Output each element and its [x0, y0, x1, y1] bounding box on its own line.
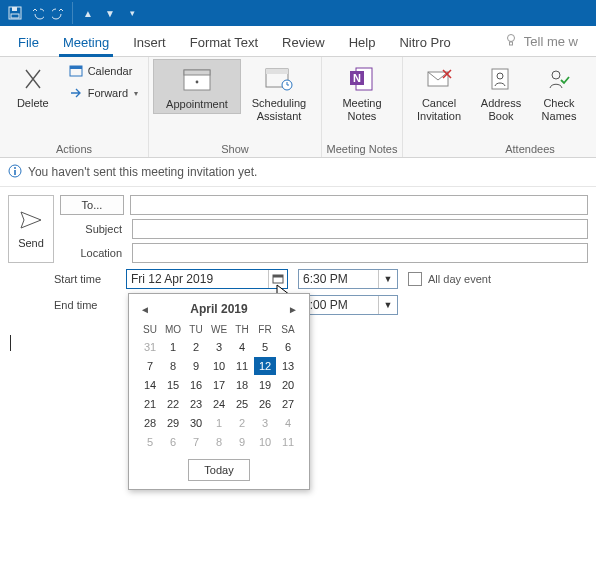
next-item-icon[interactable]: ▼	[99, 2, 121, 24]
dow-header: WE	[208, 322, 230, 337]
date-cell[interactable]: 29	[162, 414, 184, 432]
tab-nitro-pro[interactable]: Nitro Pro	[389, 29, 460, 56]
tab-help[interactable]: Help	[339, 29, 386, 56]
body-editor[interactable]	[10, 335, 121, 535]
date-picker-grid: SUMOTUWETHFRSA31123456789101112131415161…	[135, 322, 303, 451]
date-cell[interactable]: 3	[254, 414, 276, 432]
date-cell[interactable]: 3	[208, 338, 230, 356]
cancel-invitation-button[interactable]: Cancel Invitation	[407, 59, 471, 124]
end-time-value[interactable]: 7:00 PM	[299, 297, 378, 313]
date-cell[interactable]: 8	[162, 357, 184, 375]
date-cell[interactable]: 28	[139, 414, 161, 432]
date-cell[interactable]: 5	[254, 338, 276, 356]
date-cell[interactable]: 12	[254, 357, 276, 375]
date-cell[interactable]: 11	[231, 357, 253, 375]
date-cell[interactable]: 1	[162, 338, 184, 356]
location-field[interactable]	[132, 243, 588, 263]
end-time-combo[interactable]: 7:00 PM ▼	[298, 295, 398, 315]
all-day-checkbox[interactable]: All day event	[408, 272, 491, 286]
date-cell[interactable]: 25	[231, 395, 253, 413]
start-time-combo[interactable]: 6:30 PM ▼	[298, 269, 398, 289]
text-cursor	[10, 335, 11, 351]
tab-file[interactable]: File	[8, 29, 49, 56]
forward-label: Forward	[88, 87, 128, 99]
start-date-combo[interactable]: Fri 12 Apr 2019	[126, 269, 288, 289]
date-cell[interactable]: 10	[254, 433, 276, 451]
date-cell[interactable]: 22	[162, 395, 184, 413]
dow-header: FR	[254, 322, 276, 337]
date-cell[interactable]: 26	[254, 395, 276, 413]
date-cell[interactable]: 13	[277, 357, 299, 375]
scheduling-assistant-button[interactable]: Scheduling Assistant	[241, 59, 317, 124]
date-cell[interactable]: 4	[231, 338, 253, 356]
date-cell[interactable]: 2	[231, 414, 253, 432]
date-cell[interactable]: 4	[277, 414, 299, 432]
end-time-dropdown-button[interactable]: ▼	[378, 296, 397, 314]
lightbulb-icon	[504, 33, 518, 50]
check-names-button[interactable]: Check Names	[531, 59, 587, 124]
tab-format-text[interactable]: Format Text	[180, 29, 268, 56]
start-date-value[interactable]: Fri 12 Apr 2019	[127, 271, 268, 287]
check-names-icon	[543, 63, 575, 95]
save-icon[interactable]	[4, 2, 26, 24]
date-cell[interactable]: 9	[185, 357, 207, 375]
undo-icon[interactable]	[26, 2, 48, 24]
svg-point-3	[507, 35, 514, 42]
svg-point-19	[552, 71, 560, 79]
date-cell[interactable]: 18	[231, 376, 253, 394]
to-field[interactable]	[130, 195, 588, 215]
date-cell[interactable]: 8	[208, 433, 230, 451]
today-button[interactable]: Today	[188, 459, 250, 481]
to-button[interactable]: To...	[60, 195, 124, 215]
tab-insert[interactable]: Insert	[123, 29, 176, 56]
next-month-button[interactable]: ►	[287, 304, 299, 315]
address-book-button[interactable]: Address Book	[471, 59, 531, 124]
date-cell[interactable]: 9	[231, 433, 253, 451]
tab-review[interactable]: Review	[272, 29, 335, 56]
delete-button[interactable]: Delete	[4, 59, 62, 112]
date-cell[interactable]: 21	[139, 395, 161, 413]
date-cell[interactable]: 11	[277, 433, 299, 451]
start-date-picker-button[interactable]	[268, 270, 287, 288]
appointment-button[interactable]: Appointment	[153, 59, 241, 114]
meeting-form: Send To... Subject Location	[0, 187, 596, 263]
tab-meeting[interactable]: Meeting	[53, 29, 119, 56]
redo-icon[interactable]	[48, 2, 70, 24]
group-label-show: Show	[153, 141, 317, 157]
date-cell[interactable]: 7	[185, 433, 207, 451]
start-time-dropdown-button[interactable]: ▼	[378, 270, 397, 288]
date-cell[interactable]: 23	[185, 395, 207, 413]
date-cell[interactable]: 6	[277, 338, 299, 356]
prev-month-button[interactable]: ◄	[139, 304, 151, 315]
calendar-icon	[68, 63, 84, 79]
dow-header: SA	[277, 322, 299, 337]
date-cell[interactable]: 5	[139, 433, 161, 451]
subject-field[interactable]	[132, 219, 588, 239]
date-cell[interactable]: 16	[185, 376, 207, 394]
date-cell[interactable]: 7	[139, 357, 161, 375]
date-cell[interactable]: 19	[254, 376, 276, 394]
date-cell[interactable]: 15	[162, 376, 184, 394]
qat-customize-icon[interactable]: ▾	[121, 2, 143, 24]
date-cell[interactable]: 1	[208, 414, 230, 432]
date-cell[interactable]: 6	[162, 433, 184, 451]
forward-button[interactable]: Forward ▾	[64, 83, 142, 103]
prev-item-icon[interactable]: ▲	[72, 2, 99, 24]
date-cell[interactable]: 31	[139, 338, 161, 356]
date-cell[interactable]: 17	[208, 376, 230, 394]
date-cell[interactable]: 24	[208, 395, 230, 413]
send-button[interactable]: Send	[8, 195, 54, 263]
info-icon	[8, 164, 22, 181]
tell-me[interactable]: Tell me w	[494, 27, 588, 56]
date-cell[interactable]: 2	[185, 338, 207, 356]
calendar-button[interactable]: Calendar	[64, 61, 142, 81]
date-cell[interactable]: 27	[277, 395, 299, 413]
date-cell[interactable]: 14	[139, 376, 161, 394]
response-options-button[interactable]: Response Options	[587, 59, 596, 124]
date-cell[interactable]: 10	[208, 357, 230, 375]
date-cell[interactable]: 20	[277, 376, 299, 394]
start-time-value[interactable]: 6:30 PM	[299, 271, 378, 287]
meeting-notes-button[interactable]: N Meeting Notes	[326, 59, 398, 124]
date-cell[interactable]: 30	[185, 414, 207, 432]
svg-point-9	[196, 81, 199, 84]
